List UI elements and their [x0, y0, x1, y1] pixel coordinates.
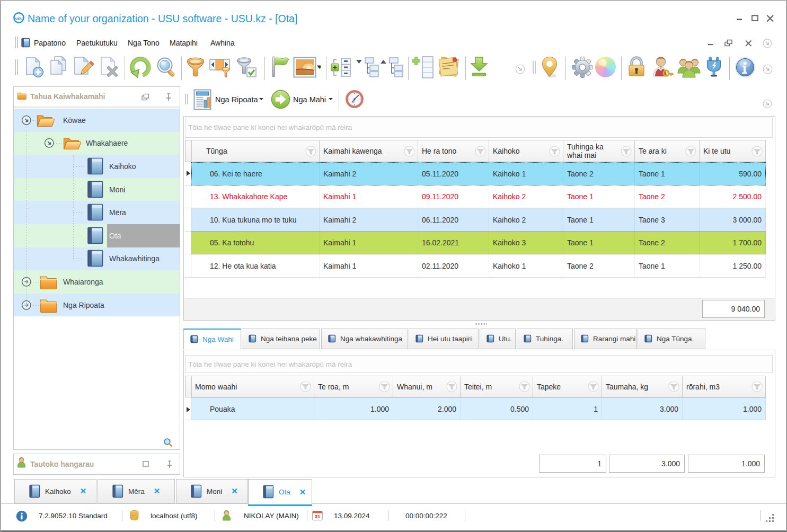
svg-text:usu: usu: [15, 16, 22, 21]
svg-text:31: 31: [315, 513, 321, 519]
